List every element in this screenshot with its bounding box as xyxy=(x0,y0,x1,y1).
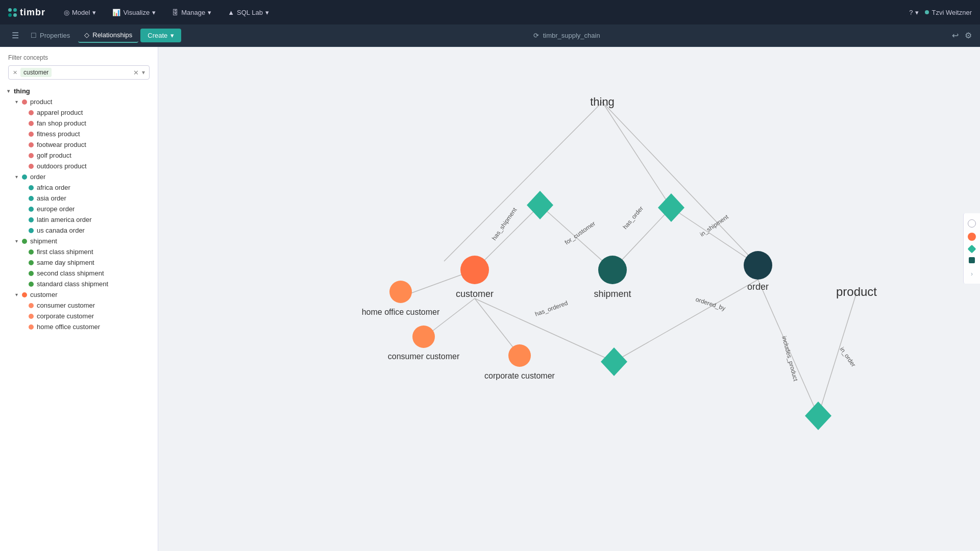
sqllab-icon: ▲ xyxy=(228,9,234,16)
order-node[interactable] xyxy=(744,251,772,280)
dot-icon xyxy=(29,249,34,255)
home-office-customer-label: home office customer xyxy=(362,308,440,316)
legend-collapse-icon[interactable]: › xyxy=(971,270,973,278)
dot-icon xyxy=(29,110,34,115)
tree-item-golf-product[interactable]: golf product xyxy=(0,150,158,161)
product-node[interactable]: product xyxy=(836,285,877,298)
tree-item-africa-order[interactable]: africa order xyxy=(0,182,158,193)
tree-item-outdoors-product[interactable]: outdoors product xyxy=(0,161,158,171)
dot-icon xyxy=(29,185,34,190)
sidebar-toggle[interactable]: ☰ xyxy=(8,29,22,43)
corporate-customer-label: corporate customer xyxy=(484,371,555,380)
logo: timbr xyxy=(8,7,45,18)
model-icon: ◎ xyxy=(64,9,69,16)
settings-icon[interactable]: ⚙ xyxy=(965,31,972,40)
relationships-icon: ◇ xyxy=(84,31,89,39)
graph-area[interactable]: has_shipment for_customer has_order in_s… xyxy=(158,47,980,551)
create-button[interactable]: Create ▾ xyxy=(140,29,181,42)
has-shipment-label: has_shipment xyxy=(491,206,519,242)
create-chevron-icon: ▾ xyxy=(170,32,174,39)
product-dot xyxy=(22,99,27,105)
dot-icon xyxy=(29,196,34,201)
help-chevron-icon: ▾ xyxy=(915,9,919,16)
customer-label: customer xyxy=(456,289,494,299)
tree-item-consumer-customer[interactable]: consumer customer xyxy=(0,300,158,311)
nav-model[interactable]: ◎ Model ▾ xyxy=(58,6,102,19)
history-icon[interactable]: ↩ xyxy=(952,31,959,40)
tree-item-europe-order[interactable]: europe order xyxy=(0,204,158,214)
manage-icon: 🗄 xyxy=(172,9,179,16)
filter-dropdown-icon[interactable]: ▾ xyxy=(142,69,145,76)
tree-item-corporate-customer[interactable]: corporate customer xyxy=(0,311,158,321)
sidebar: Filter concepts ✕ customer ✕ ▾ ▾ thing ▾… xyxy=(0,47,158,551)
tree-item-us-canada-order[interactable]: us canada order xyxy=(0,225,158,236)
chevron-icon: ▾ xyxy=(15,174,18,180)
dot-icon xyxy=(29,164,34,169)
tree-item-standard-class-shipment[interactable]: standard class shipment xyxy=(0,279,158,289)
toolbar-icons: ↩ ⚙ xyxy=(952,31,972,40)
tree-item-latin-america-order[interactable]: latin america order xyxy=(0,214,158,225)
tree-item-product[interactable]: ▾ product xyxy=(0,96,158,107)
properties-button[interactable]: ☐ Properties xyxy=(24,29,76,42)
filter-tag-x[interactable]: ✕ xyxy=(13,69,17,76)
tree-item-order[interactable]: ▾ order xyxy=(0,171,158,182)
nav-manage[interactable]: 🗄 Manage ▾ xyxy=(166,6,217,19)
consumer-customer-node[interactable] xyxy=(412,325,435,348)
shipment-node[interactable] xyxy=(598,256,627,284)
tree-item-apparel-product[interactable]: apparel product xyxy=(0,107,158,118)
tree-item-shipment[interactable]: ▾ shipment xyxy=(0,236,158,246)
has-ordered-label: has_ordered xyxy=(534,299,569,318)
customer-node[interactable] xyxy=(460,256,489,284)
corporate-customer-node[interactable] xyxy=(508,344,531,367)
sqllab-chevron-icon: ▾ xyxy=(265,9,269,16)
visualize-chevron-icon: ▾ xyxy=(152,9,156,16)
toolbar-title: ⟳ timbr_supply_chain xyxy=(183,32,950,39)
tree-item-first-class-shipment[interactable]: first class shipment xyxy=(0,246,158,257)
legend-white-circle xyxy=(968,219,976,228)
svg-line-7 xyxy=(614,280,758,362)
logo-icon xyxy=(8,8,17,17)
toolbar: ☰ ☐ Properties ◇ Relationships Create ▾ … xyxy=(0,24,980,47)
tree-item-fitness-product[interactable]: fitness product xyxy=(0,129,158,139)
home-office-customer-node[interactable] xyxy=(389,281,412,303)
tree-item-thing[interactable]: ▾ thing xyxy=(0,86,158,96)
consumer-customer-label: consumer customer xyxy=(388,352,460,361)
properties-icon: ☐ xyxy=(31,32,37,39)
dot-icon xyxy=(29,217,34,222)
manage-chevron-icon: ▾ xyxy=(208,9,211,16)
topnav: timbr ◎ Model ▾ 📊 Visualize ▾ 🗄 Manage ▾… xyxy=(0,0,980,24)
rel1-diamond[interactable] xyxy=(527,191,553,219)
filter-tag: customer xyxy=(20,68,52,77)
tree: ▾ thing ▾ product apparel product fan sh… xyxy=(0,84,158,551)
rel4-diamond[interactable] xyxy=(805,402,831,430)
tree-item-same-day-shipment[interactable]: same day shipment xyxy=(0,257,158,268)
shipment-dot xyxy=(22,239,27,244)
model-chevron-icon: ▾ xyxy=(92,9,96,16)
tree-item-asia-order[interactable]: asia order xyxy=(0,193,158,204)
filter-input-wrap[interactable]: ✕ customer ✕ ▾ xyxy=(8,65,150,80)
dot-icon xyxy=(29,324,34,330)
rel3-diamond[interactable] xyxy=(601,347,627,376)
for-customer-label: for_customer xyxy=(564,220,597,246)
nav-visualize[interactable]: 📊 Visualize ▾ xyxy=(106,6,162,19)
filter-clear-icon[interactable]: ✕ xyxy=(133,69,139,77)
user-menu[interactable]: Tzvi Weitzner xyxy=(925,9,972,16)
tree-item-footwear-product[interactable]: footwear product xyxy=(0,139,158,150)
dot-icon xyxy=(29,121,34,126)
relationships-button[interactable]: ◇ Relationships xyxy=(78,28,138,43)
chevron-icon: ▾ xyxy=(15,99,18,105)
thing-node[interactable]: thing xyxy=(590,95,615,108)
filter-section: Filter concepts ✕ customer ✕ ▾ xyxy=(0,47,158,84)
tree-item-second-class-shipment[interactable]: second class shipment xyxy=(0,268,158,279)
right-legend: › xyxy=(963,213,980,284)
dot-icon xyxy=(29,303,34,308)
main-layout: Filter concepts ✕ customer ✕ ▾ ▾ thing ▾… xyxy=(0,47,980,551)
dot-icon xyxy=(29,260,34,265)
help-button[interactable]: ? ▾ xyxy=(909,9,918,16)
tree-item-customer[interactable]: ▾ customer xyxy=(0,289,158,300)
tree-item-fan-shop-product[interactable]: fan shop product xyxy=(0,118,158,129)
legend-orange-circle xyxy=(968,233,976,241)
tree-item-home-office-customer[interactable]: home office customer xyxy=(0,321,158,332)
nav-sqllab[interactable]: ▲ SQL Lab ▾ xyxy=(222,6,275,19)
includes-product-label: includes_product xyxy=(780,335,799,382)
